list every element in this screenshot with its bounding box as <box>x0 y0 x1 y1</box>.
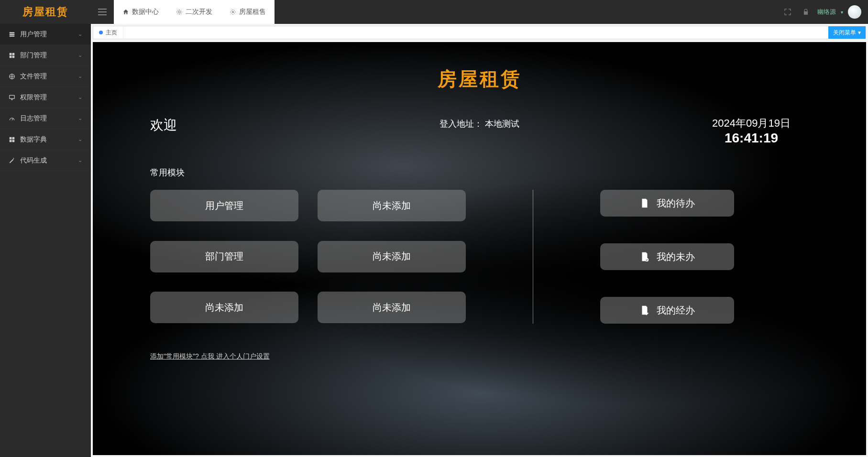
welcome-text: 欢迎 <box>121 116 294 134</box>
doc-check-icon <box>639 251 650 262</box>
sidebar-item-logs[interactable]: 日志管理 ⌄ <box>0 108 91 129</box>
svg-point-0 <box>178 11 181 13</box>
svg-rect-3 <box>10 33 15 34</box>
svg-rect-4 <box>10 35 15 36</box>
task-button-done[interactable]: 我的经办 <box>600 297 734 324</box>
page-tabs-bar: 主页 关闭菜单 ▾ <box>93 26 866 39</box>
close-menu-label: 关闭菜单 <box>833 29 856 37</box>
sidebar-item-files[interactable]: 文件管理 ⌄ <box>0 66 91 87</box>
chevron-down-icon: ⌄ <box>78 94 82 100</box>
gauge-icon <box>9 115 15 122</box>
chevron-down-icon: ⌄ <box>78 31 82 37</box>
login-address: 登入地址： 本地测试 <box>294 116 665 130</box>
chevron-down-icon: ⌄ <box>78 136 82 142</box>
top-tab-label: 房屋租售 <box>239 8 266 16</box>
module-button-4[interactable]: 尚未添加 <box>150 292 298 323</box>
active-dot-icon <box>99 31 103 34</box>
svg-rect-14 <box>12 140 15 142</box>
top-tab-housing[interactable]: 房屋租售 <box>221 0 275 24</box>
gear-icon <box>230 9 236 15</box>
sidebar-item-label: 日志管理 <box>20 114 47 123</box>
sidebar-item-label: 数据字典 <box>20 135 47 144</box>
main-area: 主页 关闭菜单 ▾ 房屋租赁 欢迎 登入地址： 本地测试 2024年09月19日… <box>91 24 868 457</box>
header-right: 幽络源 ▾ <box>781 5 868 19</box>
svg-rect-7 <box>10 55 12 58</box>
current-date: 2024年09月19日 <box>665 116 837 131</box>
sidebar-item-permissions[interactable]: 权限管理 ⌄ <box>0 87 91 108</box>
task-button-todo[interactable]: 我的待办 <box>600 190 734 217</box>
chevron-down-icon: ⌄ <box>78 115 82 121</box>
top-tabs: 数据中心 二次开发 房屋租售 <box>114 0 275 24</box>
chevron-down-icon: ⌄ <box>78 157 82 163</box>
home-icon <box>122 9 129 15</box>
chevron-down-icon: ⌄ <box>78 73 82 79</box>
module-button-3[interactable]: 尚未添加 <box>318 241 466 272</box>
svg-rect-12 <box>12 137 15 139</box>
svg-rect-13 <box>10 140 12 142</box>
datetime-block: 2024年09月19日 16:41:19 <box>665 116 837 146</box>
module-button-1[interactable]: 尚未添加 <box>318 190 466 221</box>
user-name[interactable]: 幽络源 <box>817 8 836 16</box>
sidebar-item-departments[interactable]: 部门管理 ⌄ <box>0 45 91 66</box>
sidebar-item-label: 代码生成 <box>20 156 47 165</box>
users-icon <box>9 31 15 38</box>
sidebar-item-label: 文件管理 <box>20 72 47 81</box>
globe-icon <box>9 73 15 80</box>
module-button-2[interactable]: 部门管理 <box>150 241 298 272</box>
dashboard-title: 房屋租赁 <box>121 66 837 92</box>
task-button-label: 我的经办 <box>657 304 695 317</box>
top-tab-secondary-dev[interactable]: 二次开发 <box>167 0 221 24</box>
login-address-value: 本地测试 <box>485 119 519 129</box>
close-menu-button[interactable]: 关闭菜单 ▾ <box>828 26 866 39</box>
current-time: 16:41:19 <box>665 131 837 146</box>
sidebar-item-label: 用户管理 <box>20 30 47 39</box>
page-tab-home[interactable]: 主页 <box>93 26 123 39</box>
fullscreen-button[interactable] <box>781 5 794 19</box>
page-tab-label: 主页 <box>106 29 117 37</box>
monitor-icon <box>9 94 15 101</box>
svg-rect-11 <box>10 137 12 139</box>
sidebar-toggle[interactable] <box>91 0 114 24</box>
sidebar-item-dictionary[interactable]: 数据字典 ⌄ <box>0 129 91 150</box>
task-button-label: 我的待办 <box>657 197 695 210</box>
hamburger-icon <box>98 9 107 15</box>
login-address-label: 登入地址： <box>439 119 483 129</box>
task-button-undone[interactable]: 我的未办 <box>600 243 734 270</box>
sidebar-item-users[interactable]: 用户管理 ⌄ <box>0 24 91 45</box>
sidebar-item-label: 权限管理 <box>20 93 47 102</box>
svg-rect-10 <box>10 95 15 98</box>
vertical-separator <box>533 190 533 324</box>
grid-icon <box>9 52 15 59</box>
module-grid: 用户管理 尚未添加 部门管理 尚未添加 尚未添加 尚未添加 <box>150 190 466 324</box>
chevron-down-icon: ⌄ <box>78 52 82 58</box>
pencil-icon <box>9 157 15 164</box>
fullscreen-icon <box>784 8 791 16</box>
task-column: 我的待办 我的未办 我的经办 <box>600 190 734 324</box>
sidebar-item-codegen[interactable]: 代码生成 ⌄ <box>0 150 91 171</box>
add-module-link[interactable]: 添加"常用模块"? 点我 进入个人门户设置 <box>150 352 270 361</box>
module-button-0[interactable]: 用户管理 <box>150 190 298 221</box>
task-button-label: 我的未办 <box>657 250 695 263</box>
doc-icon <box>639 198 650 208</box>
lock-icon <box>802 8 809 16</box>
avatar[interactable] <box>848 5 861 19</box>
chevron-down-icon: ▾ <box>858 29 861 36</box>
svg-point-1 <box>232 11 234 13</box>
top-tab-label: 二次开发 <box>186 8 212 16</box>
top-tab-data-center[interactable]: 数据中心 <box>114 0 167 24</box>
sun-icon <box>176 9 183 15</box>
dashboard: 房屋租赁 欢迎 登入地址： 本地测试 2024年09月19日 16:41:19 … <box>93 42 866 455</box>
top-header: 房屋租赁 数据中心 二次开发 房屋租售 幽络源 ▾ <box>0 0 868 24</box>
brand-logo: 房屋租赁 <box>0 5 91 19</box>
sidebar-item-label: 部门管理 <box>20 51 47 60</box>
grid-icon <box>9 136 15 143</box>
svg-rect-6 <box>12 53 15 55</box>
sidebar: 用户管理 ⌄ 部门管理 ⌄ 文件管理 ⌄ 权限管理 ⌄ 日志管理 ⌄ 数据字典 … <box>0 24 91 457</box>
top-tab-label: 数据中心 <box>132 8 159 16</box>
section-label-modules: 常用模块 <box>150 167 837 178</box>
module-button-5[interactable]: 尚未添加 <box>318 292 466 323</box>
svg-rect-5 <box>10 53 12 55</box>
user-menu-chevron-icon[interactable]: ▾ <box>841 10 843 15</box>
svg-rect-2 <box>10 32 15 33</box>
lock-button[interactable] <box>799 5 813 19</box>
